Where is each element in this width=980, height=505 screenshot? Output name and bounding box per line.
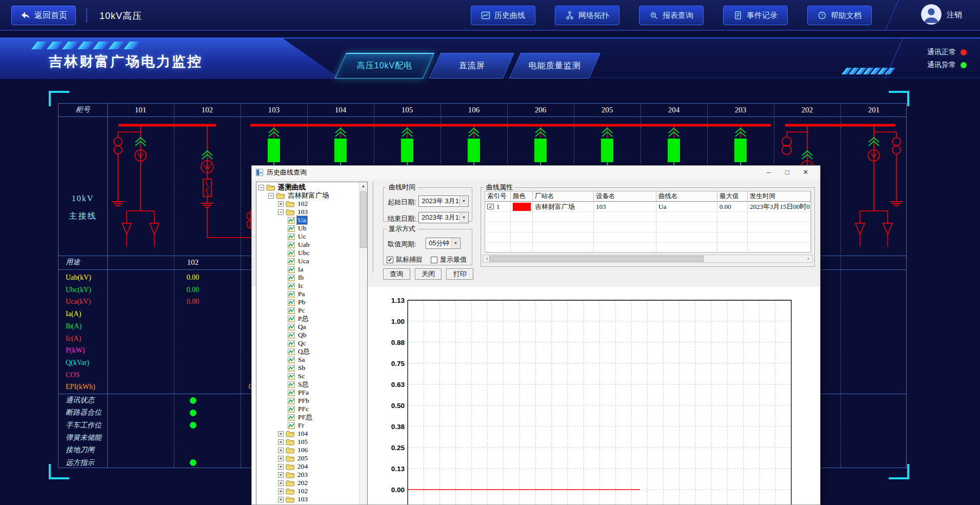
tree-expander-plus-icon[interactable]: + <box>278 497 284 502</box>
tree-item[interactable]: PFa <box>256 389 358 397</box>
splitter[interactable] <box>373 182 374 273</box>
props-hscrollbar-thumb[interactable] <box>489 256 704 262</box>
tree-item[interactable]: Uca <box>256 257 358 265</box>
tree-item[interactable]: S总 <box>256 380 358 389</box>
tree-item[interactable]: +102 <box>256 487 358 495</box>
tree-item[interactable]: +203 <box>256 471 358 479</box>
tree-expander-plus-icon[interactable]: + <box>278 448 284 453</box>
scroll-up-icon[interactable]: ▲ <box>359 182 367 190</box>
stripe <box>77 42 94 49</box>
tab-hv-10kv-distribution[interactable]: 高压10kV配电 <box>335 53 434 79</box>
tree-item[interactable]: Fr <box>256 421 358 430</box>
period-dropdown-icon[interactable]: ▼ <box>451 239 459 248</box>
tree-expander-plus-icon[interactable]: + <box>278 456 284 461</box>
tree-scrollbar[interactable]: ▲ <box>359 182 367 504</box>
tree-expander-plus-icon[interactable]: + <box>278 489 284 494</box>
tree-item[interactable]: P总 <box>256 315 358 323</box>
logout-button[interactable]: 注销 <box>947 10 962 20</box>
tree-item[interactable]: Ub <box>256 224 358 232</box>
tree-item[interactable]: +106 <box>256 446 358 454</box>
tree-item[interactable]: −吉林财富广场 <box>256 191 358 200</box>
tab-dc-screen[interactable]: 直流屏 <box>429 53 514 79</box>
tree-item[interactable]: PFc <box>256 405 358 413</box>
report-query-button[interactable]: 报表查询 <box>639 6 704 25</box>
tree-item[interactable]: +105 <box>256 438 358 446</box>
props-hscrollbar[interactable]: ‹ › <box>483 255 813 263</box>
props-header-cell[interactable]: 索引号 <box>485 191 511 202</box>
tree-expander-minus-icon[interactable]: − <box>278 209 284 215</box>
tree-expander-plus-icon[interactable]: + <box>278 480 284 486</box>
tree-item[interactable]: Uc <box>256 232 358 241</box>
tree-item[interactable]: Qc <box>256 339 358 347</box>
props-header-cell[interactable]: 厂站名 <box>533 191 594 202</box>
tree-item[interactable]: Sc <box>256 372 358 380</box>
end-date-dropdown-icon[interactable]: ▼ <box>459 213 468 222</box>
tree-expander-plus-icon[interactable]: + <box>278 439 284 445</box>
back-home-button[interactable]: 返回首页 <box>11 6 76 25</box>
tree-item[interactable]: Ua <box>256 216 358 224</box>
start-date-dropdown-icon[interactable]: ▼ <box>459 197 468 206</box>
tree-item[interactable]: Ib <box>256 274 358 282</box>
end-date-combo[interactable]: 2023年 3月15 ▼ <box>418 212 469 223</box>
tree-item[interactable]: Pa <box>256 290 358 298</box>
tree-item[interactable]: Sa <box>256 356 358 364</box>
tree-item[interactable]: Ic <box>256 282 358 290</box>
tree-item[interactable]: Pc <box>256 306 358 315</box>
print-button[interactable]: 打印 <box>446 268 473 280</box>
close-button[interactable]: ✕ <box>796 166 815 179</box>
help-doc-button[interactable]: ?帮助文档 <box>807 6 872 25</box>
start-date-combo[interactable]: 2023年 3月15 ▼ <box>418 196 469 207</box>
tree-item[interactable]: Ia <box>256 265 358 274</box>
tree-item-label: Pc <box>297 306 306 315</box>
tree-item[interactable]: PFb <box>256 397 358 405</box>
props-header-cell[interactable]: 最大值 <box>717 191 748 202</box>
tree-expander-plus-icon[interactable]: + <box>278 464 284 470</box>
tree-item[interactable]: Uab <box>256 241 358 249</box>
dialog-titlebar[interactable]: 历史曲线查询 – □ ✕ <box>252 166 820 179</box>
tree-expander-plus-icon[interactable]: + <box>278 201 284 207</box>
curve-color-swatch[interactable] <box>513 203 531 211</box>
network-topology-button[interactable]: 网络拓扑 <box>555 6 619 25</box>
tab-power-quality[interactable]: 电能质量监测 <box>509 53 601 79</box>
tree-expander-plus-icon[interactable]: + <box>278 431 284 437</box>
avatar[interactable] <box>921 4 942 25</box>
history-curve-button[interactable]: 历史曲线 <box>471 6 535 25</box>
tree-item[interactable]: Ubc <box>256 249 358 257</box>
tree-item[interactable]: +102 <box>256 200 358 208</box>
props-header-cell[interactable]: 设备名 <box>594 191 656 202</box>
tree-item[interactable]: Q总 <box>256 347 358 356</box>
tree-item[interactable]: Qa <box>256 323 358 331</box>
props-row[interactable]: ✓1吉林财富广场103Ua0.002023年3月15日00时0 <box>485 202 811 212</box>
event-log-button[interactable]: 事件记录 <box>723 6 788 25</box>
minimize-button[interactable]: – <box>759 166 778 179</box>
status-indicator-dot <box>190 397 196 404</box>
tree-scrollbar-thumb[interactable] <box>360 191 367 248</box>
tree-expander-minus-icon[interactable]: − <box>268 193 274 199</box>
show-extremes-checkbox[interactable] <box>431 257 437 263</box>
tree-item[interactable]: −103 <box>256 208 358 216</box>
tree-item[interactable]: Qb <box>256 331 358 339</box>
curve-row-checkbox[interactable]: ✓ <box>487 204 494 209</box>
tree-item[interactable]: +104 <box>256 430 358 438</box>
period-combo[interactable]: 05分钟 ▼ <box>426 238 461 249</box>
tree-expander-plus-icon[interactable]: + <box>278 472 284 478</box>
props-header-cell[interactable]: 颜色 <box>511 191 533 202</box>
tree-item[interactable]: Pb <box>256 298 358 306</box>
close-dialog-button[interactable]: 关闭 <box>415 268 442 280</box>
tree-expander-minus-icon[interactable]: − <box>258 185 264 190</box>
tree-item[interactable]: +204 <box>256 462 358 471</box>
props-header-cell[interactable]: 曲线名 <box>656 191 717 202</box>
tree-item[interactable]: +104 <box>256 503 358 504</box>
mouse-capture-checkbox[interactable]: ✓ <box>387 257 393 263</box>
tree-item[interactable]: −遥测曲线 <box>256 183 358 191</box>
tree-item[interactable]: Sb <box>256 364 358 372</box>
tree-item-label: Uc <box>297 232 307 241</box>
tree-item[interactable]: +103 <box>256 495 358 503</box>
scroll-right-icon[interactable]: › <box>804 255 812 262</box>
props-header-cell[interactable]: 发生时间 <box>748 191 811 202</box>
query-button[interactable]: 查询 <box>383 268 410 280</box>
tree-item[interactable]: +202 <box>256 479 358 487</box>
tree-item[interactable]: PF总 <box>256 413 358 421</box>
maximize-button[interactable]: □ <box>778 166 796 179</box>
tree-item[interactable]: +205 <box>256 454 358 462</box>
